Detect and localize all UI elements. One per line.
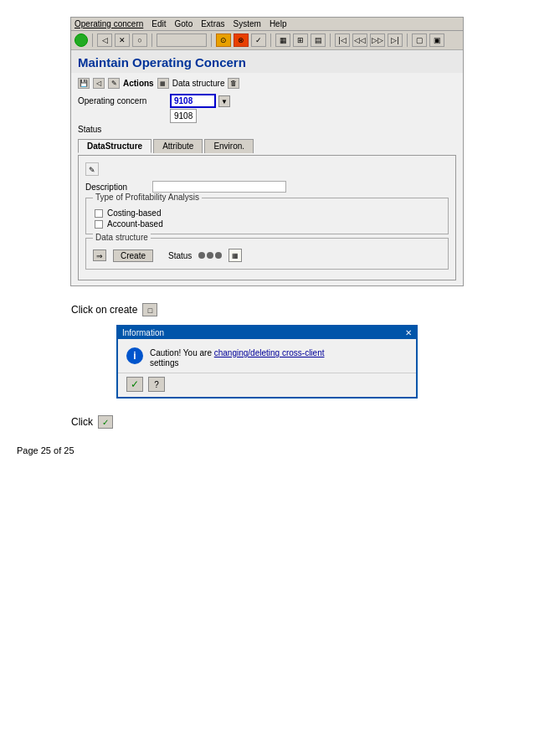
click-check-icon[interactable]: ✓ xyxy=(98,415,113,429)
profitability-group: Type of Profitability Analysis Costing-b… xyxy=(85,198,449,234)
toolbar-sep-6 xyxy=(407,33,408,47)
create-icon[interactable]: □ xyxy=(142,303,157,316)
menu-edit[interactable]: Edit xyxy=(151,19,166,28)
sap-content: 💾 ◁ ✎ Actions ▦ Data structure 🗑 Operati… xyxy=(71,73,463,285)
instruction-create-section: Click on create □ xyxy=(71,303,526,316)
toolbar-back-btn[interactable]: ◁ xyxy=(97,33,112,47)
menu-system[interactable]: System xyxy=(234,19,261,28)
dialog-title-bar: Information ✕ xyxy=(118,327,416,339)
toolbar: ◁ ✕ ○ ⊙ ⊗ ✓ ▦ ⊞ ▤ |◁ ◁◁ ▷▷ ▷| ▢ ▣ xyxy=(71,31,463,50)
toolbar-sep-2 xyxy=(151,33,152,47)
data-structure-row: ⇒ Create Status ▦ xyxy=(91,245,443,265)
window-title: Maintain Operating Concern xyxy=(71,50,463,73)
status-dot-2 xyxy=(207,252,213,259)
dialog-content: i Caution! You are changing/deleting cro… xyxy=(118,339,416,373)
tab-datastructure[interactable]: DataStructure xyxy=(78,139,151,153)
menu-extras[interactable]: Extras xyxy=(201,19,224,28)
content-datastructure-btn[interactable]: ▦ xyxy=(157,78,169,89)
content-back-btn[interactable]: ◁ xyxy=(93,78,105,89)
toolbar-find-btn[interactable]: ⊞ xyxy=(293,33,308,47)
toolbar-cancel-btn[interactable]: ○ xyxy=(132,33,147,47)
dialog-ok-btn[interactable]: ✓ xyxy=(126,377,143,392)
status-dot-1 xyxy=(198,252,205,259)
status-label: Status xyxy=(78,125,170,134)
tab-attribute[interactable]: Attribute xyxy=(153,139,203,153)
account-based-checkbox[interactable] xyxy=(95,220,103,229)
create-button[interactable]: Create xyxy=(113,249,153,262)
dialog-help-btn[interactable]: ? xyxy=(148,377,165,392)
toolbar-first-btn[interactable]: |◁ xyxy=(335,33,350,47)
edit-pencil-icon[interactable]: ✎ xyxy=(85,162,99,176)
operating-concern-dropdown-arrow[interactable]: ▼ xyxy=(218,95,230,107)
costing-based-label: Costing-based xyxy=(107,208,161,218)
dialog-buttons: ✓ ? xyxy=(118,373,416,397)
operating-concern-input[interactable] xyxy=(170,94,216,108)
toolbar-sep-4 xyxy=(270,33,271,47)
doc-icon[interactable]: ▦ xyxy=(228,249,242,262)
profitability-group-title: Type of Profitability Analysis xyxy=(93,193,202,202)
content-pencil-btn[interactable]: ✎ xyxy=(108,78,120,89)
tabs-row: DataStructure Attribute Environ. xyxy=(78,139,456,153)
status-dot-3 xyxy=(215,252,222,259)
instruction-create-text: Click on create xyxy=(71,304,137,316)
costing-based-checkbox[interactable] xyxy=(95,209,103,218)
status-dots xyxy=(198,252,222,259)
menubar: Operating concern Edit Goto Extras Syste… xyxy=(71,18,463,31)
dialog-title: Information xyxy=(122,328,164,337)
toolbar-prev-btn[interactable]: ◁◁ xyxy=(352,33,367,47)
toolbar-green-circle-icon[interactable] xyxy=(74,33,88,47)
sap-main-window: Operating concern Edit Goto Extras Syste… xyxy=(70,17,464,286)
dialog-close-icon[interactable]: ✕ xyxy=(405,328,412,337)
dialog-message: Caution! You are changing/deleting cross… xyxy=(150,347,324,368)
toolbar-exit-btn[interactable]: ✕ xyxy=(115,33,130,47)
account-based-label: Account-based xyxy=(107,219,163,229)
toolbar-last-btn[interactable]: ▷| xyxy=(388,33,403,47)
toolbar-sep-3 xyxy=(211,33,212,47)
status-row: Status xyxy=(78,125,456,134)
tab-environ[interactable]: Environ. xyxy=(204,139,254,153)
data-structure-group: Data structure ⇒ Create Status ▦ xyxy=(85,238,449,270)
information-dialog: Information ✕ i Caution! You are changin… xyxy=(116,325,418,399)
toolbar-input-box[interactable] xyxy=(157,33,207,47)
content-delete-btn[interactable]: 🗑 xyxy=(228,78,239,89)
dialog-question-icon: ? xyxy=(154,380,159,389)
toolbar-print-btn[interactable]: ▦ xyxy=(275,33,290,47)
content-save-btn[interactable]: 💾 xyxy=(78,78,90,89)
toolbar-custom2-btn[interactable]: ▣ xyxy=(429,33,444,47)
menu-help[interactable]: Help xyxy=(270,19,287,28)
toolbar-warn-btn[interactable]: ⊗ xyxy=(234,33,249,47)
data-structure-arrow-btn[interactable]: ⇒ xyxy=(93,249,106,261)
operating-concern-wrapper: ▼ 9108 xyxy=(170,94,230,108)
toolbar-find2-btn[interactable]: ▤ xyxy=(311,33,326,47)
operating-concern-row: Operating concern ▼ 9108 xyxy=(78,94,456,108)
actions-menu[interactable]: Actions xyxy=(123,79,154,88)
toolbar-sep-1 xyxy=(92,33,93,47)
description-label: Description xyxy=(85,183,152,192)
description-row: Description xyxy=(85,181,449,193)
menu-operating-concern[interactable]: Operating concern xyxy=(74,19,143,28)
click-text: Click xyxy=(71,416,93,428)
dialog-checkmark-icon: ✓ xyxy=(131,378,139,390)
toolbar-refresh-btn[interactable]: ⊙ xyxy=(216,33,231,47)
highlight-text: changing/deleting cross-client xyxy=(214,348,325,357)
info-circle-icon: i xyxy=(126,347,143,364)
data-structure-menu[interactable]: Data structure xyxy=(172,79,225,88)
account-based-row: Account-based xyxy=(91,219,443,229)
menu-goto[interactable]: Goto xyxy=(175,19,193,28)
status-text: Status xyxy=(168,251,192,260)
operating-concern-label: Operating concern xyxy=(78,96,170,105)
operating-concern-dropdown: 9108 xyxy=(170,109,197,123)
toolbar-sep-5 xyxy=(330,33,331,47)
toolbar-ok-btn[interactable]: ✓ xyxy=(251,33,266,47)
tab-content: ✎ Description Type of Profitability Anal… xyxy=(78,155,456,280)
page-number: Page 25 of 25 xyxy=(17,445,526,455)
costing-based-row: Costing-based xyxy=(91,208,443,218)
toolbar-next-btn[interactable]: ▷▷ xyxy=(370,33,385,47)
click-section: Click ✓ xyxy=(71,415,526,429)
data-structure-title: Data structure xyxy=(93,233,151,242)
description-input[interactable] xyxy=(152,181,286,193)
toolbar-custom1-btn[interactable]: ▢ xyxy=(412,33,427,47)
